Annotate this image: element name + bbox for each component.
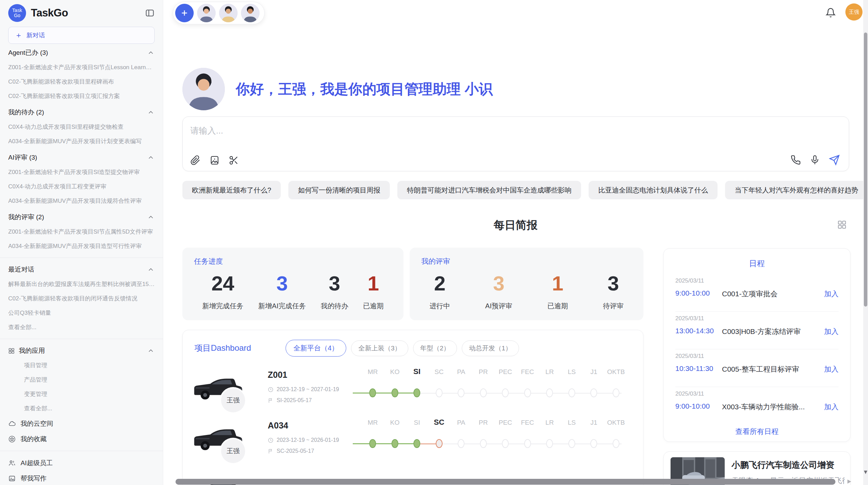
view-all-conversations-link[interactable]: 查看全部...: [8, 320, 155, 335]
dashboard-filter-tab[interactable]: 年型（2）: [413, 340, 457, 356]
stat: 1已逾期: [363, 272, 384, 311]
milestone-label: SC: [428, 418, 450, 427]
sidebar-item[interactable]: C0X4-动力总成开发项目工程变更评审: [8, 179, 155, 194]
image-upload-icon[interactable]: [209, 155, 220, 165]
milestone-label: FEC: [517, 419, 539, 426]
milestone-dot-cell: [362, 388, 384, 397]
assistant-avatar-2[interactable]: [219, 4, 238, 22]
sidebar-row-label: 我的收藏: [21, 435, 47, 444]
milestone-label: MR: [362, 368, 384, 376]
schedule-date: 2025/03/11: [675, 315, 704, 322]
sidebar-item[interactable]: C02-飞腾新能源轻客改款项目里程碑画布: [8, 75, 155, 89]
assistant-avatar-1[interactable]: [197, 4, 216, 22]
vertical-scrollbar[interactable]: [863, 0, 868, 485]
send-icon[interactable]: [829, 154, 840, 165]
milestone-dot: [436, 439, 443, 448]
sidebar-item-cloud[interactable]: 我的云空间: [8, 416, 155, 431]
join-meeting-link[interactable]: 加入: [824, 402, 839, 412]
sidebar-item[interactable]: A034-全新新能源MUV产品开发项目造型可行性评审: [8, 239, 155, 253]
milestone-dot: [546, 439, 553, 448]
new-chat-button[interactable]: ＋ 新对话: [8, 27, 155, 44]
milestone-dot-cell: [428, 388, 450, 397]
schedule-items: 2025/03/119:00-10:00C001-立项审批会加入2025/03/…: [664, 274, 850, 425]
stat-label: 已逾期: [547, 301, 568, 311]
chevron-up-icon[interactable]: [147, 109, 155, 116]
sidebar-item[interactable]: 解释最新出台的欧盟报废车法规再生塑料比例被调至15%...: [8, 277, 155, 291]
layout-grid-icon[interactable]: [837, 220, 847, 231]
milestone-dot-cell: [384, 439, 406, 448]
notification-bell-icon[interactable]: [825, 8, 836, 19]
join-meeting-link[interactable]: 加入: [824, 327, 839, 336]
add-assistant-button[interactable]: [175, 4, 194, 22]
milestone-label: OKTB: [605, 368, 627, 376]
sidebar-item[interactable]: C02-飞腾新能源轻客改款项目的闭环通告反馈情况: [8, 291, 155, 306]
briefing-card-title: 我的评审: [421, 257, 450, 266]
sidebar-tool-item[interactable]: 帮我写作: [8, 471, 155, 485]
milestone-dot-cell: [384, 388, 406, 397]
view-all-apps-link[interactable]: 查看全部...: [8, 401, 155, 416]
chat-input[interactable]: [190, 124, 670, 137]
chevron-up-icon[interactable]: [147, 347, 155, 355]
milestone-dot: [458, 388, 465, 397]
suggestion-chip[interactable]: 比亚迪全固态电池计划具体说了什么: [589, 181, 718, 199]
suggestion-chip[interactable]: 特朗普可能对进口汽车增税会对中国车企造成哪些影响: [397, 181, 581, 199]
sidebar-item[interactable]: A034-全新新能源MUV产品开发项目计划变更表编写: [8, 134, 155, 149]
sidebar-item[interactable]: 公司Q3轻卡销量: [8, 306, 155, 320]
microphone-icon[interactable]: [810, 155, 820, 165]
sidebar-item[interactable]: C02-飞腾新能源轻客改款项目立项汇报方案: [8, 89, 155, 103]
sidebar-item-star[interactable]: 我的收藏: [8, 431, 155, 447]
suggestion-chip[interactable]: 如何写一份清晰的项目周报: [288, 181, 390, 199]
sidebar-app-item[interactable]: 产品管理: [8, 373, 155, 387]
dashboard-filter-tab[interactable]: 全新上装（3）: [351, 340, 408, 356]
stat: 3我的待办: [321, 272, 348, 311]
app-root: Task Go TaskGo ＋ 新对话 Agent已办 (3)Z001-全新燃…: [0, 0, 868, 485]
milestone-dot-cell: [494, 439, 517, 448]
assistant-portrait: [182, 68, 225, 110]
sidebar-item[interactable]: Z001-全新燃油皮卡产品开发项目SI节点Lesson Learn报告: [8, 60, 155, 75]
section-title-text: 最近对话: [8, 265, 34, 274]
join-meeting-link[interactable]: 加入: [824, 364, 839, 374]
scroll-right-arrow-icon[interactable]: [847, 480, 851, 484]
horizontal-scrollbar[interactable]: [176, 479, 844, 485]
dashboard-filter-tab[interactable]: 全新平台（4）: [286, 340, 346, 357]
dashboard-filter-tab[interactable]: 动总开发（1）: [462, 340, 519, 356]
sidebar-app-item[interactable]: 变更管理: [8, 387, 155, 401]
horizontal-scrollbar-thumb[interactable]: [176, 479, 835, 485]
milestone-label: LS: [561, 419, 583, 426]
divider: [0, 339, 163, 339]
assistant-avatar-3[interactable]: [241, 4, 260, 22]
phone-icon[interactable]: [791, 155, 801, 165]
milestone-dot-cell: [472, 388, 495, 397]
briefing-card: 我的评审2进行中3AI预评审1已逾期3待评审: [410, 248, 643, 320]
scroll-down-arrow-icon[interactable]: [864, 471, 867, 474]
sidebar-app-item[interactable]: 项目管理: [8, 358, 155, 373]
milestone-dot: [502, 388, 509, 397]
milestone-dot: [590, 439, 597, 448]
suggestion-chip[interactable]: 当下年轻人对汽车外观有怎样的喜好趋势: [725, 181, 868, 199]
milestone-dot: [391, 439, 398, 448]
user-avatar[interactable]: 王强: [845, 3, 863, 21]
suggestion-chip[interactable]: 欧洲新规最近颁布了什么?: [182, 181, 281, 199]
vertical-scrollbar-thumb[interactable]: [864, 33, 867, 307]
project-dates: 2023-12-19 ~ 2027-01-19: [268, 386, 339, 393]
stat-label: AI预评审: [485, 301, 512, 311]
stat: 3AI预评审: [485, 272, 512, 311]
sidebar-tool-item[interactable]: AI超级员工: [8, 455, 155, 471]
sidebar-item[interactable]: C0X4-动力总成开发项目SI里程碑提交物检查: [8, 120, 155, 134]
milestone-label: MR: [362, 419, 384, 426]
sidebar-item[interactable]: A034-全新新能源MUV产品开发项目法规符合性评审: [8, 194, 155, 208]
daily-brief-title: 每日简报: [163, 218, 868, 233]
chevron-up-icon[interactable]: [147, 49, 155, 57]
chevron-up-icon[interactable]: [147, 154, 155, 161]
join-meeting-link[interactable]: 加入: [824, 289, 839, 299]
sidebar-item[interactable]: Z001-全新燃油轻卡产品开发项目SI节点属性5D文件评审: [8, 225, 155, 239]
chevron-up-icon[interactable]: [147, 213, 155, 221]
scissors-icon[interactable]: [229, 155, 239, 165]
milestone-label: FEC: [517, 368, 539, 376]
sidebar-collapse-icon[interactable]: [145, 8, 155, 18]
sidebar-item[interactable]: Z001-全新燃油轻卡产品开发项目SI造型提交物评审: [8, 165, 155, 179]
chevron-up-icon[interactable]: [147, 266, 155, 273]
view-all-schedule-link[interactable]: 查看所有日程: [664, 427, 850, 436]
section-title-text: 我的待办 (2): [8, 108, 44, 117]
paperclip-icon[interactable]: [190, 155, 201, 165]
